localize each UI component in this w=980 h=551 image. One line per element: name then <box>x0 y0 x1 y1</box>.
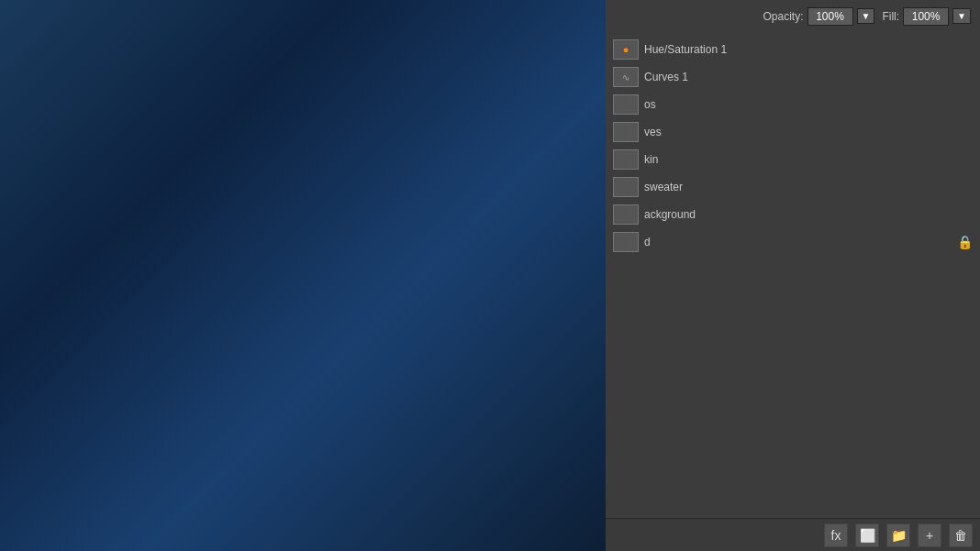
canvas-area <box>0 0 606 551</box>
d-thumbnail <box>613 232 639 252</box>
layer-item-os[interactable]: os <box>606 91 980 118</box>
fill-dropdown-arrow[interactable]: ▼ <box>952 8 971 24</box>
layer-item-d[interactable]: d 🔒 <box>606 228 980 256</box>
layer-name-kin: kin <box>644 153 658 166</box>
opacity-value[interactable]: 100% <box>807 7 853 26</box>
lock-icon: 🔒 <box>957 235 973 249</box>
background-thumbnail <box>613 204 639 225</box>
layers-panel: ● Hue/Saturation 1 ∿ Curves 1 os ves kin… <box>606 32 980 259</box>
layer-item-sweater[interactable]: sweater <box>606 173 980 201</box>
layer-name-background: ackground <box>644 208 696 221</box>
layer-name-curves: Curves 1 <box>644 71 688 83</box>
layer-item-curves[interactable]: ∿ Curves 1 <box>606 63 980 91</box>
new-layer-button[interactable]: + <box>918 523 941 547</box>
layer-item-kin[interactable]: kin <box>606 146 980 173</box>
hue-saturation-thumbnail: ● <box>613 39 639 60</box>
layer-name-d: d <box>644 236 651 248</box>
opacity-dropdown-arrow[interactable]: ▼ <box>857 8 875 24</box>
kin-thumbnail <box>613 149 639 170</box>
layer-name-hue-saturation: Hue/Saturation 1 <box>644 43 727 56</box>
fill-label: Fill: <box>882 10 899 23</box>
fx-button[interactable]: fx <box>824 523 848 547</box>
opacity-control: Opacity: 100% ▼ <box>763 7 875 26</box>
curves-thumbnail: ∿ <box>613 67 639 87</box>
layer-item-background[interactable]: ackground <box>606 201 980 228</box>
canvas-image <box>0 0 606 551</box>
opacity-label: Opacity: <box>763 10 804 23</box>
fill-value[interactable]: 100% <box>903 7 949 26</box>
fill-control: Fill: 100% ▼ <box>882 7 971 26</box>
layer-item-ves[interactable]: ves <box>606 118 980 146</box>
mask-button[interactable]: ⬜ <box>855 523 879 547</box>
panel-top-bar: Opacity: 100% ▼ Fill: 100% ▼ <box>606 0 980 32</box>
delete-layer-button[interactable]: 🗑 <box>949 523 973 547</box>
os-thumbnail <box>613 94 639 115</box>
sweater-thumbnail <box>613 177 639 197</box>
bottom-toolbar: fx ⬜ 📁 + 🗑 <box>606 518 980 551</box>
layer-name-ves: ves <box>644 126 662 138</box>
layer-name-os: os <box>644 98 656 111</box>
folder-button[interactable]: 📁 <box>886 523 910 547</box>
ves-thumbnail <box>613 122 639 142</box>
layer-item-hue-saturation[interactable]: ● Hue/Saturation 1 <box>606 36 980 63</box>
layer-name-sweater: sweater <box>644 181 683 193</box>
